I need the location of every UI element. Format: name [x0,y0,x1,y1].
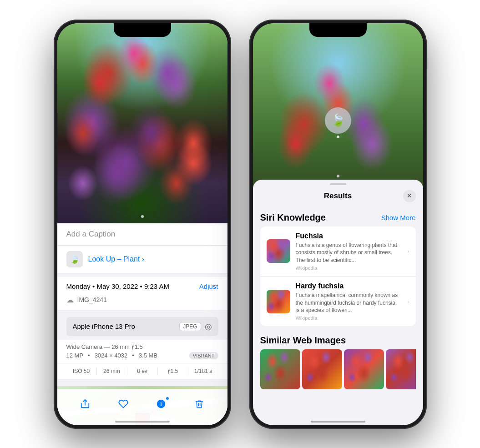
siri-knowledge-title: Siri Knowledge [260,212,326,223]
hardy-fuchsia-chevron: › [407,298,409,305]
right-phone: 🍃 Results ✕ Siri Knowledge Show More [249,20,427,429]
meta-filename: IMG_4241 [77,296,107,303]
results-panel[interactable]: Results ✕ Siri Knowledge Show More [253,180,423,425]
meta-date: Monday • May 30, 2022 • 9:23 AM [66,282,196,290]
delete-button[interactable] [189,394,209,414]
page-dot [141,215,144,218]
format-badge: JPEG [179,322,201,331]
close-button[interactable]: ✕ [403,190,416,202]
lookup-row[interactable]: 🍃 Look Up – Plant › [57,246,227,273]
lookup-chevron: › [142,255,144,263]
web-image-2[interactable] [302,349,342,389]
web-images-title: Similar Web Images [260,335,346,346]
device-name: Apple iPhone 13 Pro [73,322,136,330]
favorite-button[interactable] [113,394,133,414]
hardy-fuchsia-content: Hardy fuchsia Fuchsia magellanica, commo… [296,282,402,321]
siri-knowledge-header: Siri Knowledge Show More [253,207,423,227]
visual-lookup-button[interactable]: 🍃 [325,107,351,134]
exif-ev: 0 ev [127,367,158,375]
right-page-dot [337,175,339,177]
camera-line2: 12 MP • 3024 × 4032 • 3.5 MB VIBRANT [66,352,218,359]
info-button[interactable] [151,394,171,414]
meta-date-row: Monday • May 30, 2022 • 9:23 AM Adjust [57,277,227,296]
vlu-indicator-dot [337,136,339,138]
right-home-indicator [311,421,365,423]
bottom-toolbar [57,389,227,425]
camera-specs: Wide Camera — 26 mm ƒ1.5 12 MP • 3024 × … [57,340,227,363]
device-section: Apple iPhone 13 Pro JPEG ◎ [66,317,218,336]
fuchsia-source: Wikipedia [296,265,402,271]
fuchsia-thumbnail [267,239,290,263]
cloud-icon: ☁ [66,296,74,304]
resolution: 3024 × 4032 [95,352,128,359]
size: 3.5 MB [139,352,157,359]
show-more-button[interactable]: Show More [381,214,416,221]
exif-shutter: 1/181 s [188,367,218,375]
flower-image [57,23,227,223]
hardy-fuchsia-description: Fuchsia magellanica, commonly known as t… [296,292,402,314]
results-title: Results [273,191,403,201]
location-icon: ◎ [205,322,212,332]
lookup-label: Look Up – Plant › [88,255,145,263]
left-phone: Add a Caption 🍃 Look Up – Plant › Monday… [54,20,231,429]
svg-point-3 [161,402,162,403]
exif-aperture: ƒ1.5 [158,367,188,375]
exif-row: ISO 50 26 mm 0 ev ƒ1.5 1/181 s [57,363,227,379]
fuchsia-content: Fuchsia Fuchsia is a genus of flowering … [296,232,402,271]
web-image-4[interactable] [386,349,416,389]
meta-filename-row: ☁ IMG_4241 [57,296,227,310]
vibrant-badge: VIBRANT [189,352,218,359]
camera-line1: Wide Camera — 26 mm ƒ1.5 [66,343,218,350]
caption-placeholder[interactable]: Add a Caption [66,230,116,238]
hardy-fuchsia-thumbnail [267,290,290,313]
hardy-fuchsia-title: Hardy fuchsia [296,282,402,290]
web-image-1[interactable] [260,349,300,389]
knowledge-item-hardy-fuchsia[interactable]: Hardy fuchsia Fuchsia magellanica, commo… [260,277,416,326]
home-indicator [115,421,170,423]
right-notch [309,23,367,37]
notch [114,23,171,37]
web-images-section[interactable] [253,349,423,389]
adjust-button[interactable]: Adjust [199,282,218,290]
hardy-fuchsia-source: Wikipedia [296,315,402,321]
knowledge-item-fuchsia[interactable]: Fuchsia Fuchsia is a genus of flowering … [260,227,416,277]
share-button[interactable] [75,394,95,414]
results-header: Results ✕ [253,185,423,207]
visual-lookup-icon: 🍃 [66,251,83,267]
fuchsia-description: Fuchsia is a genus of flowering plants t… [296,242,402,264]
fuchsia-chevron: › [407,247,409,255]
exif-focal: 26 mm [97,367,127,375]
exif-iso: ISO 50 [66,367,97,375]
fuchsia-title: Fuchsia [296,232,402,240]
web-images-header: Similar Web Images [253,330,423,349]
web-images-grid [260,349,416,389]
caption-area[interactable]: Add a Caption [57,223,227,246]
web-image-3[interactable] [344,349,384,389]
knowledge-card[interactable]: Fuchsia Fuchsia is a genus of flowering … [260,227,416,327]
mp: 12 MP [66,352,84,359]
